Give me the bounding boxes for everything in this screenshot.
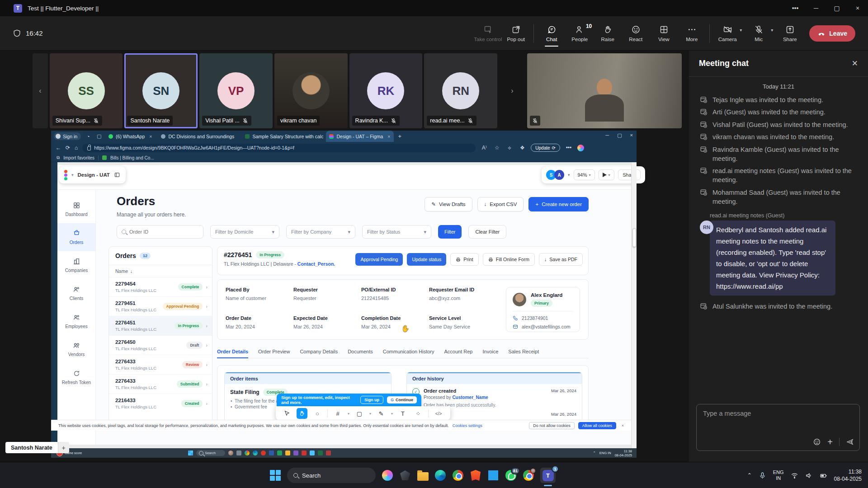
wifi-icon[interactable] — [791, 472, 798, 479]
browser-close-button[interactable]: × — [630, 132, 633, 138]
participant-tile[interactable]: VP Vishal Patil ... — [199, 53, 273, 128]
presenter-pin-button[interactable]: + — [58, 442, 69, 453]
sidebar-item-companies[interactable]: Companies — [57, 251, 95, 279]
home-icon[interactable]: ⌂ — [75, 145, 78, 151]
approval-pending-button[interactable]: Approval Pending — [355, 253, 403, 266]
update-status-button[interactable]: Update status — [407, 253, 446, 266]
view-button[interactable]: View — [650, 19, 678, 47]
tab-actions-icon[interactable]: ▢ — [95, 133, 103, 140]
tab-sales-receipt[interactable]: Sales Receipt — [508, 349, 539, 354]
participant-tile-active-speaker[interactable]: SN Santosh Narate — [124, 53, 198, 128]
raise-hand-button[interactable]: Raise — [594, 19, 622, 47]
teams-app-icon[interactable]: T 1 — [540, 468, 556, 483]
order-row-selected[interactable]: 2276451TL Flex Holdings LLC In Progress› — [109, 316, 212, 336]
contact-person-link[interactable]: Contact_Person. — [297, 261, 335, 267]
tab-communication-history[interactable]: Communication History — [383, 349, 434, 354]
mic-button[interactable]: Mic — [745, 19, 773, 47]
share-button[interactable]: Share — [776, 19, 804, 47]
browser-maximize-button[interactable]: ▢ — [617, 132, 622, 138]
chrome-app-icon[interactable] — [452, 469, 464, 481]
browser-more-icon[interactable]: ••• — [565, 145, 573, 151]
browser-tab[interactable]: Sample Salary Structure with calc× — [242, 131, 323, 141]
dev-mode-icon[interactable]: </> — [433, 408, 444, 419]
zoom-control[interactable]: 94%▾ — [574, 169, 595, 180]
people-button[interactable]: 10 People — [566, 19, 594, 47]
language-indicator[interactable]: ENGIN — [773, 469, 784, 481]
filter-status-select[interactable]: Filter by Status▾ — [362, 225, 431, 239]
column-header[interactable]: Name — [115, 268, 128, 274]
text-tool-icon[interactable]: T — [397, 408, 408, 419]
chevron-down-icon[interactable]: ▾ — [568, 173, 570, 177]
google-continue-button[interactable]: GContinue — [387, 396, 417, 404]
tab-close-icon[interactable]: × — [239, 134, 239, 139]
order-id-search[interactable] — [117, 225, 203, 239]
pen-tool-icon[interactable]: ✎ — [376, 408, 387, 419]
create-new-order-button[interactable]: +Create new order — [528, 197, 589, 211]
send-icon[interactable] — [846, 438, 854, 446]
allow-cookies-button[interactable]: Allow all cookies — [578, 422, 616, 429]
tab-order-preview[interactable]: Order Preview — [258, 349, 290, 354]
copilot-app-icon[interactable] — [382, 469, 393, 481]
tab-close-icon[interactable]: × — [387, 134, 390, 139]
tray-mic-icon[interactable] — [759, 472, 766, 479]
tab-documents[interactable]: Documents — [348, 349, 373, 354]
hidden-icons-chevron[interactable]: ⌃ — [747, 472, 752, 479]
copilot-icon[interactable] — [577, 145, 584, 151]
brave-app-icon[interactable] — [470, 469, 481, 481]
order-row[interactable]: 2279454TL Flex Holdings LLC Complete› — [109, 277, 212, 297]
order-row[interactable]: 2276433TL Flex Holdings LLC Submitted› — [109, 375, 212, 394]
browser-minimize-button[interactable]: ─ — [605, 132, 609, 138]
react-button[interactable]: React — [622, 19, 650, 47]
window-maximize-button[interactable]: ▢ — [826, 0, 847, 16]
participant-tile-video[interactable] — [527, 53, 682, 128]
bookmark-bills[interactable]: Bills | Billing and Co... — [110, 155, 154, 160]
window-close-button[interactable]: × — [847, 0, 868, 16]
fill-online-form-button[interactable]: Fill Online Form — [483, 253, 535, 266]
export-csv-button[interactable]: ↓Export CSV — [477, 197, 524, 211]
refresh-icon[interactable]: ⟳ — [66, 145, 70, 151]
cookie-close-icon[interactable]: × — [622, 423, 624, 428]
browser-tab-active[interactable]: Design - UAT – Figma× — [326, 131, 393, 142]
contact-email[interactable]: alex@vstatefilings.com — [513, 324, 573, 329]
components-tool-icon[interactable]: ⁘ — [413, 408, 424, 419]
window-more-icon[interactable]: ••• — [785, 0, 806, 16]
sidebar-item-vendors[interactable]: Vendors — [57, 335, 95, 363]
filter-company-select[interactable]: Filter by Company▾ — [286, 225, 355, 239]
filter-apply-button[interactable]: Filter — [438, 225, 462, 239]
present-button[interactable]: ▾ — [599, 169, 614, 180]
attach-plus-icon[interactable]: + — [827, 438, 833, 446]
view-drafts-button[interactable]: ✎View Drafts — [425, 197, 472, 211]
order-row[interactable]: 2279451TL Flex Holdings LLC Approval Pen… — [109, 297, 212, 316]
file-explorer-icon[interactable] — [417, 469, 429, 481]
browser-tab[interactable]: DC Divisions and Surroundings× — [158, 131, 239, 141]
taskbar-search[interactable]: Search — [287, 468, 376, 483]
start-button[interactable] — [269, 469, 281, 481]
sidebar-item-dashboard[interactable]: Dashboard — [57, 195, 95, 223]
chat-button[interactable]: Chat — [538, 19, 566, 47]
browser-copilot-tab-icon[interactable]: ◔ — [85, 133, 92, 140]
order-row[interactable]: 2276433TL Flex Holdings LLC Review› — [109, 355, 212, 375]
new-tab-button[interactable]: + — [398, 133, 402, 140]
bookmark-import[interactable]: Import favorites — [63, 155, 94, 160]
order-row[interactable]: 2216433TL Flex Holdings LLC Created› — [109, 394, 212, 413]
update-button[interactable]: Update⟳ — [531, 144, 560, 152]
participant-tile-video[interactable]: vikram chavan — [274, 53, 348, 128]
pop-out-button[interactable]: Pop out — [502, 19, 530, 47]
chat-input-box[interactable]: + — [696, 404, 860, 451]
sidebar-item-refresh-token[interactable]: Refresh Token — [57, 363, 95, 391]
read-aloud-icon[interactable]: A⁾ — [480, 145, 488, 151]
deny-cookies-button[interactable]: Do not allow cookies — [529, 422, 575, 429]
taskbar-clock[interactable]: 11:3808-04-2025 — [834, 468, 862, 483]
volume-icon[interactable] — [805, 472, 813, 479]
contact-phone[interactable]: 2123874901 — [513, 315, 573, 321]
camera-button[interactable]: Camera — [713, 19, 741, 47]
frame-tool-icon[interactable]: # — [332, 408, 343, 419]
cookie-settings-link[interactable]: Cookies settings — [453, 423, 482, 428]
figma-logo-icon[interactable] — [64, 170, 67, 180]
figma-doc-title[interactable]: Design - UAT — [78, 172, 110, 178]
chat-close-icon[interactable]: ✕ — [852, 59, 858, 68]
print-button[interactable]: Print — [450, 253, 479, 266]
order-id-input[interactable] — [129, 229, 197, 235]
battery-icon[interactable] — [820, 472, 827, 479]
shape-tool-icon[interactable]: ○ — [312, 408, 323, 419]
